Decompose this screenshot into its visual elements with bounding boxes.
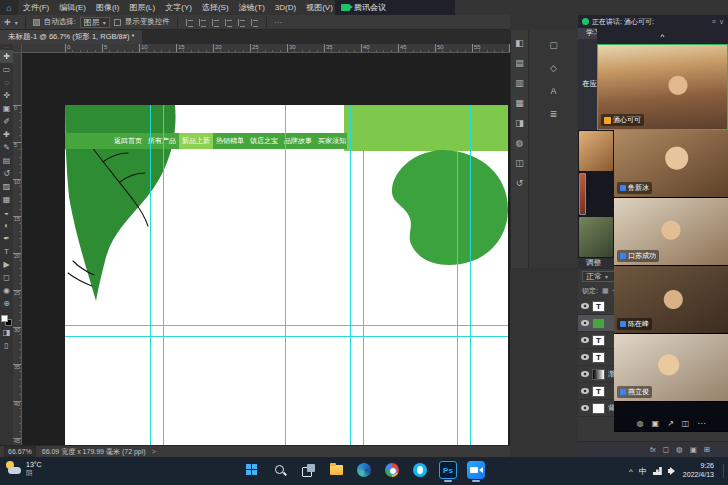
zoom-tool[interactable]: ⊕ (0, 297, 13, 310)
history-panel-icon[interactable]: ↺ (516, 178, 524, 188)
info-panel-icon[interactable]: ◇ (550, 63, 557, 73)
move-tool[interactable]: ✛ (0, 50, 13, 63)
members-icon[interactable]: ◫ (682, 419, 690, 428)
more-icon[interactable]: ⋯ (697, 419, 705, 428)
guide-vertical[interactable] (285, 105, 286, 445)
participant-video[interactable]: 燕立俊 (614, 334, 728, 402)
menu-image[interactable]: 图像(I) (91, 0, 125, 15)
new-layer-icon[interactable]: ⊞ (704, 445, 710, 454)
status-arrow-icon[interactable]: > (152, 448, 156, 455)
show-desktop-button[interactable] (723, 464, 724, 478)
align-top-icon[interactable] (224, 18, 233, 27)
blur-tool[interactable]: ◒ (0, 206, 13, 219)
ime-indicator[interactable]: 中 (639, 466, 647, 477)
guide-vertical[interactable] (163, 105, 164, 445)
eyedropper-tool[interactable]: ✐ (0, 115, 13, 128)
chrome-button[interactable] (381, 459, 403, 481)
menu-filter[interactable]: 滤镜(T) (234, 0, 270, 15)
hand-tool[interactable]: ◉ (0, 284, 13, 297)
horizontal-ruler[interactable]: 0 5 10 15 20 25 30 35 40 45 50 55 (22, 44, 510, 53)
visibility-eye-icon[interactable] (581, 371, 589, 377)
layer-mask-icon[interactable]: ◻ (663, 445, 669, 454)
type-tool[interactable]: T (0, 245, 13, 258)
zoom-level-field[interactable]: 66.67% (4, 446, 36, 457)
vertical-ruler[interactable]: 0 5 10 15 20 25 30 35 40 45 (13, 53, 22, 445)
visibility-eye-icon[interactable] (581, 337, 589, 343)
menu-type[interactable]: 文字(Y) (160, 0, 197, 15)
mic-icon[interactable]: ◍ (637, 419, 644, 428)
layout-icon[interactable]: ≡ (712, 18, 716, 25)
visibility-eye-icon[interactable] (581, 303, 589, 309)
file-explorer-button[interactable] (325, 459, 347, 481)
quick-mask-button[interactable]: ◨ (0, 326, 13, 339)
qq-button[interactable] (409, 459, 431, 481)
eraser-tool[interactable]: ▨ (0, 180, 13, 193)
foreground-color-swatch[interactable] (1, 315, 8, 322)
lasso-tool[interactable]: ◌ (0, 76, 13, 89)
start-button[interactable] (241, 459, 263, 481)
network-icon[interactable] (653, 467, 662, 475)
path-selection-tool[interactable]: ▶ (0, 258, 13, 271)
adjustments-panel-icon[interactable]: ◍ (516, 138, 524, 148)
auto-select-checkbox[interactable] (33, 19, 40, 26)
meeting-collapse-strip[interactable]: ^ (597, 28, 728, 44)
color-panel-icon[interactable]: ◧ (515, 38, 524, 48)
align-right-icon[interactable] (211, 18, 220, 27)
tray-expand-icon[interactable]: ^ (629, 467, 633, 476)
navigator-panel-icon[interactable]: ▢ (549, 40, 558, 50)
search-button[interactable] (269, 459, 291, 481)
lock-transparency-icon[interactable]: ▦ (602, 287, 609, 295)
visibility-eye-icon[interactable] (581, 405, 589, 411)
visibility-eye-icon[interactable] (581, 388, 589, 394)
clone-stamp-tool[interactable]: ▤ (0, 154, 13, 167)
move-tool-preset-icon[interactable]: ✛ (4, 18, 11, 27)
gradients-panel-icon[interactable]: ▥ (515, 78, 524, 88)
patterns-panel-icon[interactable]: ▦ (515, 98, 524, 108)
guide-vertical[interactable] (363, 105, 364, 445)
task-view-button[interactable] (297, 459, 319, 481)
guide-vertical[interactable] (150, 105, 151, 445)
participant-video[interactable]: 陈在峰 (614, 266, 728, 334)
guide-horizontal[interactable] (65, 336, 508, 337)
visibility-eye-icon[interactable] (581, 320, 589, 326)
show-transform-checkbox[interactable] (114, 19, 121, 26)
healing-tool[interactable]: ✚ (0, 128, 13, 141)
tab-adjustments[interactable]: 调整 (578, 258, 609, 268)
canvas-viewport[interactable]: 返回首页 所有产品 新品上新 热销精单 镇店之宝 品牌故事 买家须知 (22, 53, 510, 445)
history-brush-tool[interactable]: ↺ (0, 167, 13, 180)
guide-horizontal[interactable] (65, 325, 508, 326)
participant-video[interactable]: 鲁新冰 (614, 130, 728, 198)
color-swatches[interactable] (1, 315, 12, 326)
layer-effects-icon[interactable]: fx (650, 445, 656, 454)
meeting-titlebar[interactable]: 腾讯会议 (335, 0, 455, 15)
swatches-panel-icon[interactable]: ▤ (515, 58, 524, 68)
menu-edit[interactable]: 编辑(E) (54, 0, 91, 15)
main-speaker-video[interactable]: 酒心可可 (597, 44, 728, 130)
video-thumbnail[interactable] (579, 217, 613, 257)
photoshop-button[interactable]: Ps (437, 459, 459, 481)
menu-select[interactable]: 选择(S) (197, 0, 234, 15)
visibility-eye-icon[interactable] (581, 354, 589, 360)
libraries-panel-icon[interactable]: ◫ (515, 158, 524, 168)
brush-tool[interactable]: ✎ (0, 141, 13, 154)
video-thumbnail[interactable] (579, 173, 586, 215)
document-tab[interactable]: 未标题-1 @ 66.7% (矩形 1, RGB/8#) * (0, 30, 142, 44)
weather-widget[interactable]: 13°C 阴 (6, 461, 42, 477)
adjustment-layer-icon[interactable]: ◍ (676, 445, 683, 454)
dodge-tool[interactable]: ◐ (0, 219, 13, 232)
participant-video[interactable]: 口苏成功 (614, 198, 728, 266)
menu-layer[interactable]: 图层(L) (124, 0, 160, 15)
align-bottom-icon[interactable] (250, 18, 259, 27)
screen-mode-button[interactable]: ▯ (0, 339, 13, 352)
home-icon[interactable]: ⌂ (0, 0, 18, 15)
menu-3d[interactable]: 3D(D) (270, 0, 301, 15)
align-middle-icon[interactable] (237, 18, 246, 27)
marquee-tool[interactable]: ▭ (0, 63, 13, 76)
crop-tool[interactable]: ▣ (0, 102, 13, 115)
volume-icon[interactable] (668, 467, 677, 475)
artboard[interactable]: 返回首页 所有产品 新品上新 热销精单 镇店之宝 品牌故事 买家须知 (65, 105, 508, 445)
edge-button[interactable] (353, 459, 375, 481)
guide-vertical[interactable] (470, 105, 471, 445)
auto-select-dropdown[interactable]: 图层 ▾ (80, 17, 110, 28)
character-panel-icon[interactable]: A (550, 86, 556, 96)
